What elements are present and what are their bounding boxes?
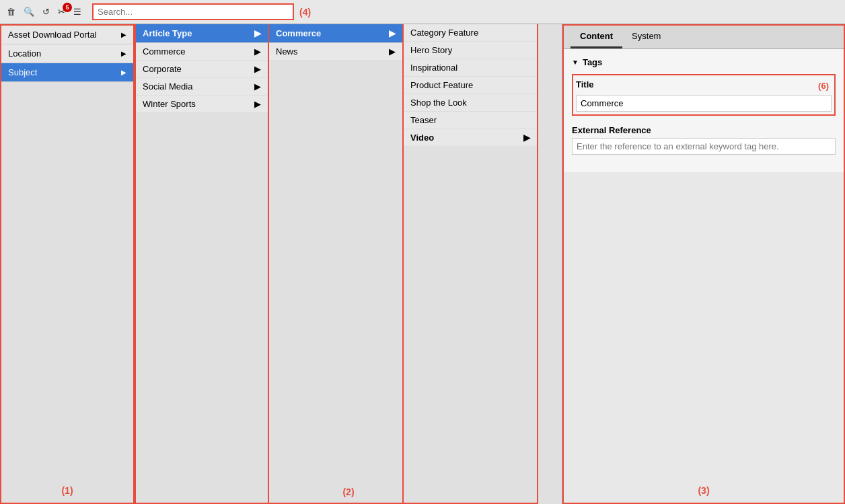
col1-header-label: Article Type (143, 28, 192, 38)
nav-label-location: Location (8, 48, 41, 59)
col3-label-hero-story: Hero Story (410, 45, 452, 55)
col3-item-video[interactable]: Video ▶ (404, 129, 537, 147)
col1-header-arrow: ▶ (254, 28, 261, 38)
title-input[interactable] (576, 95, 832, 112)
external-ref-input[interactable] (572, 138, 836, 155)
list-button[interactable]: ☰ (71, 5, 84, 18)
nav-arrow-location: ▶ (121, 50, 126, 57)
col3-label-category-feature: Category Feature (410, 28, 478, 38)
nav-item-asset-download-portal[interactable]: Asset Download Portal ▶ (1, 26, 133, 44)
col1-item-social-media[interactable]: Social Media ▶ (136, 78, 268, 96)
main-area: Asset Download Portal ▶ Location ▶ Subje… (0, 24, 845, 504)
col3-item-inspirational[interactable]: Inspirational (404, 59, 537, 77)
panel-content: ▼ Tags Title (6) External Reference (564, 49, 844, 172)
annotation-6: (6) (818, 81, 829, 91)
col1-item-winter-sports[interactable]: Winter Sports ▶ (136, 96, 268, 113)
col1-arrow-commerce: ▶ (254, 46, 261, 57)
col3-item-product-feature[interactable]: Product Feature (404, 77, 537, 94)
nav-item-subject[interactable]: Subject ▶ (1, 63, 133, 82)
col1-arrow-social-media: ▶ (254, 81, 261, 92)
col3-label-inspirational: Inspirational (410, 63, 457, 73)
col1-label-social-media: Social Media (143, 81, 192, 92)
annotation-2: (2) (342, 487, 354, 497)
tags-section-header: ▼ Tags (572, 57, 836, 67)
columns-area: Article Type ▶ Commerce ▶ Corporate ▶ So… (135, 24, 562, 504)
col2-label-news: News (276, 46, 298, 57)
column-article-type: Article Type ▶ Commerce ▶ Corporate ▶ So… (135, 24, 269, 504)
search-input[interactable] (92, 3, 294, 20)
col2-header-arrow: ▶ (389, 28, 396, 38)
right-panel-lower (564, 172, 844, 503)
col1-item-corporate[interactable]: Corporate ▶ (136, 61, 268, 78)
list-icon: ☰ (73, 7, 81, 17)
col3-label-shop-the-look: Shop the Look (410, 98, 467, 108)
search-button[interactable]: 🔍 (21, 5, 37, 18)
col3-item-hero-story[interactable]: Hero Story (404, 42, 537, 59)
tab-content[interactable]: Content (571, 26, 622, 48)
external-ref-field-group: External Reference (572, 125, 836, 155)
title-label: Title (576, 79, 594, 89)
col1-header[interactable]: Article Type ▶ (136, 24, 268, 43)
col3-item-teaser[interactable]: Teaser (404, 112, 537, 129)
refresh-icon: ↺ (42, 7, 50, 17)
col1-arrow-winter-sports: ▶ (254, 99, 261, 109)
col3-arrow-video: ▶ (523, 133, 530, 143)
right-panel: Content System ▼ Tags Title (6) (562, 24, 845, 504)
toolbar: 🗑 🔍 ↺ ✂ 5 ☰ (4) (0, 0, 845, 24)
delete-icon: 🗑 (7, 7, 15, 17)
col3-item-shop-the-look[interactable]: Shop the Look (404, 94, 537, 112)
tabs-bar: Content System (564, 26, 844, 49)
annotation-4: (4) (299, 7, 311, 17)
col3-item-category-feature[interactable]: Category Feature (404, 24, 537, 42)
column-items: Category Feature Hero Story Inspirationa… (404, 24, 538, 504)
col2-header[interactable]: Commerce ▶ (269, 24, 402, 43)
col1-arrow-corporate: ▶ (254, 64, 261, 74)
col1-label-winter-sports: Winter Sports (143, 99, 196, 109)
col2-item-news[interactable]: News ▶ (269, 43, 402, 61)
col3-label-teaser: Teaser (410, 115, 437, 125)
col1-label-commerce: Commerce (143, 46, 186, 57)
col3-label-product-feature: Product Feature (410, 80, 473, 90)
cut-count-badge: 5 (63, 3, 72, 12)
tab-system[interactable]: System (622, 26, 670, 48)
external-ref-label: External Reference (572, 125, 836, 135)
triangle-icon: ▼ (572, 59, 579, 66)
col1-item-commerce[interactable]: Commerce ▶ (136, 43, 268, 61)
annotation-3: (3) (698, 485, 709, 496)
nav-label-asset: Asset Download Portal (8, 30, 97, 40)
title-field-wrapper: Title (6) (572, 74, 836, 116)
nav-item-location[interactable]: Location ▶ (1, 44, 133, 63)
search-icon: 🔍 (24, 7, 34, 17)
column-empty (538, 24, 562, 504)
annotation-1: (1) (61, 485, 73, 496)
col2-arrow-news: ▶ (389, 46, 396, 57)
nav-arrow-asset: ▶ (121, 31, 126, 38)
refresh-button[interactable]: ↺ (40, 5, 52, 18)
title-label-row: Title (6) (576, 78, 832, 95)
title-field-group: Title (6) (572, 74, 836, 116)
nav-arrow-subject: ▶ (121, 69, 126, 76)
left-panel: Asset Download Portal ▶ Location ▶ Subje… (0, 24, 135, 504)
tags-label: Tags (583, 57, 602, 67)
column-commerce: Commerce ▶ News ▶ (269, 24, 404, 504)
nav-label-subject: Subject (8, 67, 37, 77)
col3-label-video: Video (410, 133, 434, 143)
cut-badge-wrapper: ✂ 5 (55, 5, 68, 18)
col2-header-label: Commerce (276, 28, 321, 38)
delete-button[interactable]: 🗑 (4, 5, 18, 18)
col1-label-corporate: Corporate (143, 64, 182, 74)
